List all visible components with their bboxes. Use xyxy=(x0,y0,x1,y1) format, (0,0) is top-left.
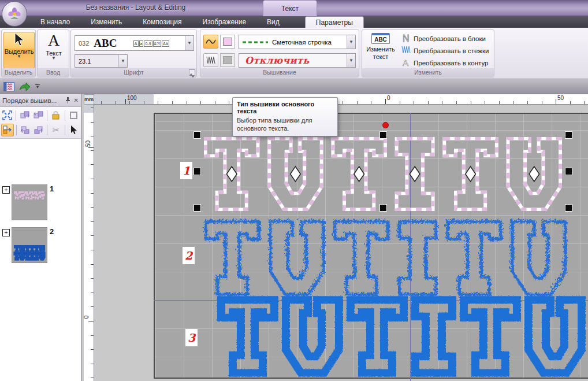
tab-edit[interactable]: Изменить xyxy=(80,16,132,28)
vertical-ruler: 50 0 xyxy=(84,105,94,381)
horizontal-ruler: 100 0 50 xyxy=(94,94,588,105)
badge-upper: A xyxy=(133,40,139,47)
start-point-marker[interactable] xyxy=(382,122,389,128)
letter-a-outline-icon: A xyxy=(400,58,412,68)
object-number-label: 2 xyxy=(183,247,195,264)
frame-icon[interactable] xyxy=(68,109,80,122)
selection-handle-bottom-center[interactable] xyxy=(379,204,387,212)
selection-handle-top-center[interactable] xyxy=(379,131,387,139)
panel-title: Порядок вышив... xyxy=(2,97,57,104)
select-cursor-icon[interactable] xyxy=(68,124,80,136)
move-earlier-icon[interactable] xyxy=(19,124,31,136)
sewing-order-panel: Порядок вышив... ✕ xyxy=(0,94,81,381)
svg-text:N: N xyxy=(403,34,410,43)
convert-to-outline-button[interactable]: A Преобразовать в контур xyxy=(400,57,489,69)
convert-to-blocks-button[interactable]: N Преобразовать в блоки xyxy=(400,32,489,45)
chevron-down-icon: ▼ xyxy=(17,55,21,58)
toolbar-options-chevron-icon[interactable]: ▼ xyxy=(35,84,40,90)
move-later-icon[interactable] xyxy=(32,124,44,136)
dashed-line-preview xyxy=(243,40,268,44)
ribbon-tab-bar: В начало Изменить Композиция Изображение… xyxy=(0,16,588,28)
badge-symbols: &?! xyxy=(153,40,162,47)
region-stitch-type-value: Отключить xyxy=(245,55,310,66)
font-number: 032 xyxy=(79,40,89,47)
line-color-swatch[interactable] xyxy=(220,35,235,49)
expand-plus-icon[interactable]: + xyxy=(2,186,10,194)
scissors-icon[interactable]: ✂ xyxy=(50,124,62,136)
ruler-label: 0 xyxy=(387,95,390,101)
selection-handle-bottom-left[interactable] xyxy=(193,204,201,212)
selection-handle-top-left[interactable] xyxy=(193,131,201,139)
design-page-settings-icon[interactable] xyxy=(3,82,14,91)
group-input: A Текст ▼ Ввод xyxy=(37,29,69,77)
letter-a-icon: A xyxy=(48,32,59,49)
text-object-satin[interactable] xyxy=(218,297,583,375)
text-tool-button[interactable]: A Текст ▼ xyxy=(39,32,68,69)
selection-handle-top-right[interactable] xyxy=(565,131,572,139)
lock-icon[interactable] xyxy=(50,109,62,122)
text-object-zigzag[interactable] xyxy=(202,218,566,295)
application-menu-button[interactable] xyxy=(2,1,27,27)
order-item-number: 2 xyxy=(50,227,54,236)
tab-view[interactable]: Вид xyxy=(256,16,290,28)
selection-handle-mid-left[interactable] xyxy=(193,168,201,175)
tab-composition[interactable]: Композиция xyxy=(132,16,192,28)
dialog-launcher-icon[interactable] xyxy=(189,69,195,76)
contextual-tab-text[interactable]: Текст xyxy=(263,0,317,16)
letter-n-outline-icon: N xyxy=(400,34,412,44)
badge-digits: 0-9 xyxy=(144,40,152,47)
font-charset-badges: Aa0-9&?!Ää xyxy=(133,39,169,47)
convert-commands: N Преобразовать в блоки Преобразовать в … xyxy=(400,32,489,69)
badge-lower: a xyxy=(139,40,144,47)
tooltip: Тип вышивки основного текста Выбор типа … xyxy=(232,97,338,136)
selection-handle-bottom-right[interactable] xyxy=(565,204,572,212)
chevron-down-icon[interactable]: ▼ xyxy=(118,55,127,67)
toolbar-strip: ▼ xyxy=(0,79,588,94)
line-stitch-type-combo[interactable]: Сметочная строчка ▼ xyxy=(239,35,356,49)
edit-text-button[interactable]: ABC Изменить текст xyxy=(364,32,397,69)
import-icon[interactable] xyxy=(19,82,31,91)
group-edit: ABC Изменить текст N Преобразовать в бло… xyxy=(362,29,494,77)
tab-home[interactable]: В начало xyxy=(30,16,80,28)
line-color-chip xyxy=(223,38,232,46)
font-size-combo[interactable]: 23.1 ▼ xyxy=(75,54,128,68)
convert-to-blocks-label: Преобразовать в блоки xyxy=(414,35,486,42)
tab-image[interactable]: Изображение xyxy=(192,16,257,28)
font-size-value: 23.1 xyxy=(79,58,91,65)
text-object-basting[interactable] xyxy=(203,136,563,212)
ruler-label: 0 xyxy=(84,316,90,319)
chevron-down-icon[interactable]: ▼ xyxy=(347,54,355,67)
order-item-2-thumbnail[interactable] xyxy=(12,227,47,263)
region-stitch-type-combo[interactable]: Отключить ▼ xyxy=(239,53,356,68)
tab-parameters[interactable]: Параметры xyxy=(305,16,364,28)
select-button[interactable]: Выделить ▼ xyxy=(3,32,35,69)
cursor-icon xyxy=(13,32,25,47)
panel-header: Порядок вышив... ✕ xyxy=(0,94,81,107)
edit-text-label: Изменить текст xyxy=(364,46,397,60)
region-sew-toggle[interactable] xyxy=(203,53,218,67)
chevron-down-icon[interactable]: ▼ xyxy=(185,36,193,50)
pin-icon[interactable] xyxy=(65,97,70,103)
node-diamond-markers[interactable] xyxy=(226,167,539,182)
group-font-label: Шрифт xyxy=(71,68,196,77)
fit-selection-icon[interactable] xyxy=(1,109,13,122)
chevron-down-icon[interactable]: ▼ xyxy=(347,35,355,49)
convert-to-stitches-button[interactable]: Преобразовать в стежки xyxy=(400,45,489,57)
abc-icon: ABC xyxy=(371,33,390,44)
close-icon[interactable]: ✕ xyxy=(74,97,79,103)
svg-text:A: A xyxy=(403,58,408,67)
ungroup-objects-icon[interactable] xyxy=(32,109,44,122)
ruler-label: 50 xyxy=(85,140,91,147)
selection-handle-mid-right[interactable] xyxy=(565,168,572,175)
group-embroidery-label: Вышивание xyxy=(200,68,359,77)
expand-plus-icon[interactable]: + xyxy=(2,229,10,236)
font-select-combo[interactable]: 032 ABC Aa0-9&?!Ää ▼ xyxy=(75,35,194,51)
region-color-swatch[interactable] xyxy=(220,53,235,67)
window-title: Без названия - Layout & Editing xyxy=(0,3,271,12)
design-canvas[interactable]: 1 2 3 xyxy=(94,105,588,381)
order-item-1-thumbnail[interactable] xyxy=(12,184,47,220)
sewing-order-mode-icon[interactable] xyxy=(1,124,14,136)
line-sew-toggle[interactable] xyxy=(203,35,218,49)
convert-to-stitches-label: Преобразовать в стежки xyxy=(414,47,489,54)
group-objects-icon[interactable] xyxy=(18,109,31,122)
